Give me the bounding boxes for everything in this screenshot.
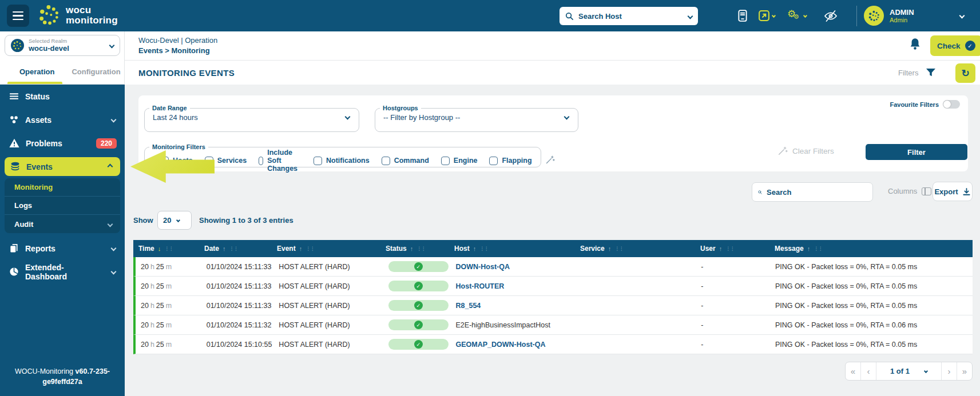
external-link-icon xyxy=(759,10,769,21)
sidebar-item-problems[interactable]: Problems 220 xyxy=(0,131,125,155)
export-button[interactable]: Export xyxy=(933,182,973,201)
host-link[interactable]: GEOMAP_DOWN-Host-QA xyxy=(456,341,546,349)
breadcrumb-realm: Wocu-Devel | Operation xyxy=(138,36,217,45)
clear-filters-button[interactable]: Clear Filters xyxy=(777,146,834,156)
wocu-logo-icon xyxy=(38,4,61,27)
menu-icon xyxy=(13,11,23,13)
column-header-service[interactable]: Service↑⋮⋮ xyxy=(575,245,695,253)
last-page-button[interactable]: » xyxy=(957,362,972,380)
column-header-event[interactable]: Event↑⋮⋮ xyxy=(272,245,380,253)
main-content: Wocu-Devel | Operation Events > Monitori… xyxy=(125,31,980,396)
sort-icon[interactable]: ↑ xyxy=(410,245,414,252)
checkbox[interactable] xyxy=(259,157,263,165)
chevron-down-icon[interactable] xyxy=(688,13,693,19)
date-range-value: Last 24 hours xyxy=(153,113,198,122)
checkbox[interactable] xyxy=(382,157,390,165)
submenu-item-monitoring[interactable]: Monitoring xyxy=(5,178,120,197)
drag-handle-icon[interactable]: ⋮⋮ xyxy=(416,246,425,251)
topbar-divider xyxy=(856,6,857,26)
filter-submit-button[interactable]: Filter xyxy=(866,144,967,160)
sort-icon[interactable]: ↑ xyxy=(608,245,612,252)
checkbox[interactable] xyxy=(314,157,322,165)
settings-button[interactable]: ⚙ ⚙ xyxy=(787,0,807,31)
submenu-item-audit[interactable]: Audit xyxy=(5,215,120,233)
column-header-date[interactable]: Date↑⋮⋮ xyxy=(199,245,272,253)
sort-icon[interactable]: ↑ xyxy=(719,245,723,252)
tab-operation[interactable]: Operation xyxy=(19,67,54,76)
submenu-item-logs[interactable]: Logs xyxy=(5,197,120,215)
filter-checkbox-command[interactable]: Command xyxy=(382,157,429,165)
favourite-filters-toggle[interactable] xyxy=(943,100,960,109)
chevron-down-icon[interactable] xyxy=(959,13,965,19)
host-link[interactable]: DOWN-Host-QA xyxy=(456,263,510,271)
sort-icon[interactable]: ↑ xyxy=(473,245,477,252)
filter-funnel-icon[interactable] xyxy=(926,68,936,79)
filter-checkbox-engine[interactable]: Engine xyxy=(441,157,478,165)
sidebar-item-extended-dashboard[interactable]: Extended-Dashboard xyxy=(0,260,125,283)
hamburger-menu-button[interactable] xyxy=(7,5,29,27)
column-header-status[interactable]: Status↑⋮⋮ xyxy=(380,245,449,253)
drag-handle-icon[interactable]: ⋮⋮ xyxy=(725,246,734,251)
column-header-time[interactable]: Time↓⋮⋮ xyxy=(133,245,199,253)
drag-handle-icon[interactable]: ⋮⋮ xyxy=(229,246,238,251)
refresh-button[interactable]: ↻ xyxy=(955,63,975,83)
search-host-input[interactable] xyxy=(578,12,684,21)
checkbox[interactable] xyxy=(441,157,450,165)
column-header-message[interactable]: Message↑⋮⋮ xyxy=(769,245,973,253)
entries-summary: Showing 1 to 3 of 3 entries xyxy=(199,216,293,225)
status-pill-ok: ✓ xyxy=(388,281,449,291)
eye-slash-icon xyxy=(824,10,838,22)
table-search-input[interactable] xyxy=(767,188,867,197)
sidebar-item-events[interactable]: Events xyxy=(5,157,120,176)
filter-checkbox-notifications[interactable]: Notifications xyxy=(314,157,370,165)
avatar xyxy=(864,6,884,26)
prev-page-button[interactable]: ‹ xyxy=(861,362,876,380)
check-button[interactable]: Check ✓ xyxy=(930,35,980,56)
external-link-button[interactable] xyxy=(759,0,775,31)
cell-status: ✓ xyxy=(382,300,451,311)
wand-icon[interactable] xyxy=(545,155,555,167)
sort-icon[interactable]: ↓ xyxy=(158,245,161,252)
hostgroups-select[interactable]: Hostgroups -- Filter by Hostgroup -- xyxy=(375,105,578,132)
drag-handle-icon[interactable]: ⋮⋮ xyxy=(305,246,314,251)
favourite-filters-label: Favourite Filters xyxy=(890,101,939,108)
host-link[interactable]: R8_554 xyxy=(456,302,481,310)
user-menu[interactable]: ADMIN Admin xyxy=(864,6,914,26)
sidebar-item-assets[interactable]: Assets xyxy=(0,108,125,131)
host-link[interactable]: Host-ROUTER xyxy=(456,282,505,290)
sidebar-item-reports[interactable]: Reports xyxy=(0,237,125,260)
cell-event: HOST ALERT (HARD) xyxy=(273,263,382,271)
sidebar-item-status[interactable]: Status xyxy=(0,85,125,108)
cell-user: - xyxy=(696,321,770,329)
status-icon xyxy=(9,91,19,101)
sort-icon[interactable]: ↑ xyxy=(223,245,226,252)
app-root: wocu monitoring ⚙ ⚙ xyxy=(0,0,980,396)
sort-icon[interactable]: ↑ xyxy=(299,245,303,252)
status-pill-ok: ✓ xyxy=(388,319,449,330)
column-header-user[interactable]: User↑⋮⋮ xyxy=(695,245,769,253)
table-search xyxy=(752,182,873,202)
tab-configuration[interactable]: Configuration xyxy=(72,67,120,76)
drag-handle-icon[interactable]: ⋮⋮ xyxy=(614,246,623,251)
first-page-button[interactable]: « xyxy=(846,362,861,380)
cell-user: - xyxy=(696,282,770,290)
date-range-select[interactable]: Date Range Last 24 hours xyxy=(144,105,359,132)
columns-button[interactable]: Columns xyxy=(888,187,931,195)
observer-mode-button[interactable] xyxy=(824,0,838,31)
brand-logo: wocu monitoring xyxy=(38,4,118,27)
table-header-row: Time↓⋮⋮Date↑⋮⋮Event↑⋮⋮Status↑⋮⋮Host↑⋮⋮Se… xyxy=(133,240,973,257)
notifications-bell-button[interactable] xyxy=(908,37,922,53)
filter-checkbox-include-soft-changes[interactable]: Include Soft Changes xyxy=(259,149,301,173)
drag-handle-icon[interactable]: ⋮⋮ xyxy=(479,246,488,251)
drag-handle-icon[interactable]: ⋮⋮ xyxy=(164,246,173,251)
drag-handle-icon[interactable]: ⋮⋮ xyxy=(814,246,822,251)
page-select[interactable]: 1 of 1 xyxy=(876,362,941,380)
column-header-host[interactable]: Host↑⋮⋮ xyxy=(449,245,575,253)
checkbox[interactable] xyxy=(489,157,498,165)
next-page-button[interactable]: › xyxy=(941,362,957,380)
console-button[interactable] xyxy=(738,0,747,31)
sort-icon[interactable]: ↑ xyxy=(807,245,811,252)
realm-selector[interactable]: Selected Realm wocu-devel xyxy=(5,35,120,56)
page-size-select[interactable]: 20 xyxy=(157,211,192,230)
filter-checkbox-flapping[interactable]: Flapping xyxy=(489,157,531,165)
